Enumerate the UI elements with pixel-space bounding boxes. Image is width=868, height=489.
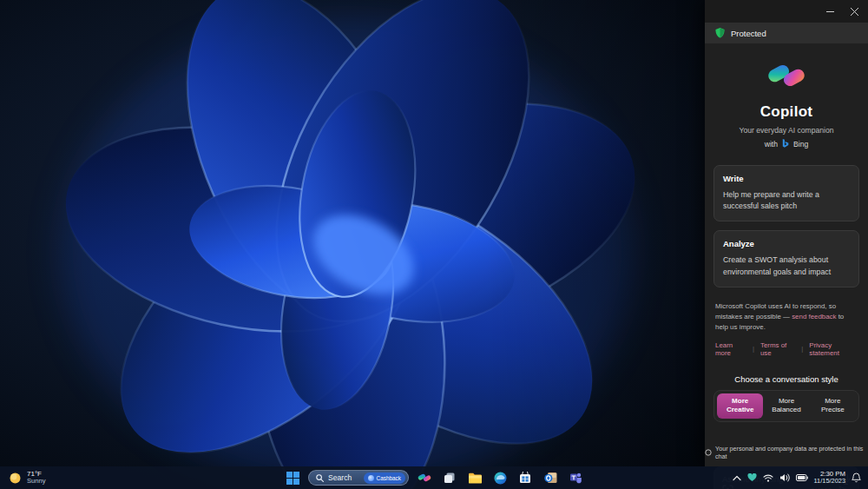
link-separator: | — [753, 345, 754, 353]
badge-icon — [368, 475, 374, 481]
wifi-icon[interactable] — [763, 474, 773, 482]
search-placeholder: Search — [328, 473, 359, 482]
card-title: Write — [723, 174, 850, 183]
copilot-icon — [418, 471, 431, 485]
copilot-hero: Copilot Your everyday AI companion with … — [705, 56, 868, 149]
card-body: Help me prepare and write a successful s… — [723, 189, 850, 212]
chevron-up-icon[interactable] — [733, 475, 741, 481]
taskbar-copilot-button[interactable] — [415, 468, 434, 487]
card-body: Create a SWOT analysis about environment… — [723, 254, 850, 277]
task-view-icon — [444, 472, 456, 484]
style-line2: Balanced — [763, 406, 809, 415]
volume-icon[interactable] — [779, 473, 790, 482]
card-title: Analyze — [723, 239, 850, 248]
panel-titlebar — [705, 0, 868, 23]
with-label: with — [765, 140, 778, 149]
search-box[interactable]: Search Cashback — [308, 470, 409, 486]
privacy-note: Your personal and company data are prote… — [705, 445, 868, 460]
file-explorer-icon — [469, 472, 482, 484]
style-line2: Creative — [717, 406, 763, 415]
terms-of-use-link[interactable]: Terms of use — [760, 341, 795, 357]
privacy-circle-icon — [705, 449, 712, 456]
system-tray: 2:30 PM 11/15/2023 — [733, 466, 868, 489]
sun-icon — [9, 472, 22, 485]
battery-icon[interactable] — [796, 474, 808, 481]
minimize-icon[interactable] — [819, 3, 840, 20]
bing-icon — [781, 139, 790, 149]
copilot-subtitle: Your everyday AI companion — [705, 126, 868, 135]
taskbar-center: Search Cashback — [283, 466, 585, 489]
weather-condition: Sunny — [27, 478, 46, 486]
privacy-note-text: Your personal and company data are prote… — [715, 445, 868, 460]
link-separator: | — [801, 345, 803, 353]
badge-label: Cashback — [377, 475, 401, 481]
style-line1: More — [763, 397, 809, 406]
ai-disclaimer: Microsoft Copilot uses AI to respond, so… — [715, 301, 858, 334]
edge-icon — [494, 472, 507, 485]
clock-date: 11/15/2023 — [814, 478, 845, 486]
clock[interactable]: 2:30 PM 11/15/2023 — [814, 470, 845, 486]
copilot-logo — [766, 56, 806, 96]
style-more-balanced[interactable]: More Balanced — [763, 393, 809, 420]
with-bing-row: with Bing — [705, 139, 868, 149]
style-more-creative[interactable]: More Creative — [717, 393, 763, 420]
copilot-title: Copilot — [705, 103, 868, 121]
conversation-style-group: More Creative More Balanced More Precise — [713, 390, 859, 423]
bing-label: Bing — [793, 140, 808, 149]
taskbar: 71°F Sunny Search Cashback — [0, 466, 868, 489]
task-view-button[interactable] — [440, 468, 459, 487]
shield-icon — [715, 28, 725, 38]
protected-banner[interactable]: Protected — [705, 23, 868, 43]
send-feedback-link[interactable]: send feedback — [792, 313, 836, 320]
microsoft-store-icon — [519, 472, 531, 484]
weather-widget[interactable]: 71°F Sunny — [0, 466, 55, 489]
outlook-icon — [544, 472, 557, 484]
legal-links: Learn more | Terms of use | Privacy stat… — [715, 341, 858, 357]
suggestion-card-write[interactable]: Write Help me prepare and write a succes… — [713, 165, 859, 221]
style-line1: More — [717, 397, 763, 406]
privacy-statement-link[interactable]: Privacy statement — [809, 341, 858, 357]
search-icon — [316, 474, 324, 482]
teams-button[interactable] — [566, 468, 585, 487]
style-line2: Precise — [810, 406, 856, 415]
suggestion-card-analyze[interactable]: Analyze Create a SWOT analysis about env… — [713, 230, 859, 287]
learn-more-link[interactable]: Learn more — [715, 341, 746, 357]
desktop: Protected Copilot Your everyday AI — [0, 0, 868, 489]
heart-icon[interactable] — [747, 473, 757, 482]
search-promo-badge[interactable]: Cashback — [364, 472, 405, 484]
windows-logo-icon — [286, 472, 299, 485]
close-icon[interactable] — [844, 3, 865, 20]
style-more-precise[interactable]: More Precise — [810, 393, 856, 420]
style-line1: More — [810, 397, 856, 406]
teams-icon — [569, 472, 582, 484]
outlook-button[interactable] — [541, 468, 560, 487]
bell-icon[interactable] — [852, 472, 861, 483]
file-explorer-button[interactable] — [465, 468, 484, 487]
edge-button[interactable] — [490, 468, 510, 487]
conversation-style-label: Choose a conversation style — [705, 374, 868, 384]
copilot-panel: Protected Copilot Your everyday AI — [705, 0, 868, 466]
protected-label: Protected — [731, 29, 766, 38]
microsoft-store-button[interactable] — [516, 468, 535, 487]
start-button[interactable] — [283, 468, 302, 487]
